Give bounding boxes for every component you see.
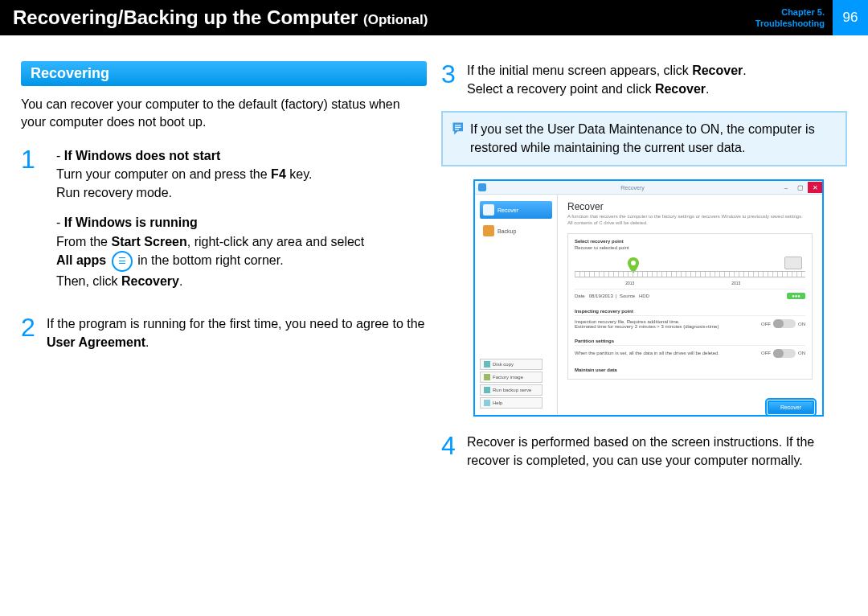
- all-apps-label: All apps: [56, 253, 106, 267]
- ss-date-row: Date 08/19/2013 | Source HDD ●●●: [575, 289, 805, 302]
- user-agreement: User Agreement: [47, 335, 145, 349]
- step-number-2: 2: [21, 314, 47, 351]
- step-1: 1 - If Windows does not start Turn your …: [21, 146, 427, 302]
- ss-titlebar: Recovery – ▢ ✕: [475, 181, 822, 195]
- ss-main-title: Recover: [567, 201, 813, 212]
- sidebar-help: Help: [480, 397, 542, 409]
- ss-sidebar: Recover Backup Disk copy Factory image R…: [475, 195, 558, 414]
- sidebar-item-recover: Recover: [480, 201, 552, 219]
- start-screen: Start Screen: [111, 235, 186, 248]
- ss-timeline: 2013 2013: [575, 255, 805, 284]
- ss-panel: Select recovery point Recover to selecte…: [567, 233, 813, 380]
- title-suffix: (Optional): [363, 12, 428, 27]
- step-1a: - If Windows does not start Turn your co…: [56, 146, 427, 203]
- left-column: Recovering You can recover your computer…: [21, 61, 427, 483]
- ss-main-desc: A function that recovers the computer to…: [567, 214, 813, 227]
- f4-key: F4: [271, 167, 286, 181]
- svg-point-0: [631, 261, 636, 265]
- step-4-body: Recover is performed based on the screen…: [467, 433, 847, 470]
- sidebar-factory-image: Factory image: [480, 372, 542, 383]
- thumb-icon: [784, 257, 802, 269]
- recovery-label: Recovery: [121, 274, 179, 288]
- minimize-icon: –: [779, 182, 793, 193]
- step-4: 4 Recover is performed based on the scre…: [441, 433, 847, 470]
- content: Recovering You can recover your computer…: [0, 35, 868, 483]
- ss-app-icon: [478, 183, 486, 191]
- step-number-1: 1: [21, 146, 47, 302]
- page-title: Recovering/Backing up the Computer (Opti…: [13, 6, 428, 29]
- s1b-title: If Windows is running: [64, 216, 198, 229]
- step-2-body: If the program is running for the first …: [47, 314, 427, 351]
- ss-window-title: Recovery: [486, 185, 779, 191]
- ss-select-label: Select recovery point: [575, 239, 805, 244]
- note-box: If you set the User Data Maintenance to …: [441, 111, 847, 166]
- step-1-body: - If Windows does not start Turn your co…: [47, 146, 427, 302]
- ss-main: Recover A function that recovers the com…: [558, 195, 822, 414]
- note-text: If you set the User Data Maintenance to …: [470, 121, 836, 157]
- right-column: 3 If the initial menu screen appears, cl…: [441, 61, 847, 483]
- step-3: 3 If the initial menu screen appears, cl…: [441, 61, 847, 98]
- section-heading-recovering: Recovering: [21, 61, 427, 86]
- chapter-line2: Troubleshooting: [755, 18, 825, 28]
- step-2: 2 If the program is running for the firs…: [21, 314, 427, 351]
- step-3-body: If the initial menu screen appears, clic…: [467, 61, 847, 98]
- header-right: Chapter 5. Troubleshooting 96: [755, 0, 868, 35]
- sidebar-item-backup: Backup: [480, 222, 552, 240]
- ss-recover-to: Recover to selected point: [575, 245, 805, 250]
- note-icon: [451, 121, 470, 157]
- close-icon: ✕: [808, 182, 822, 193]
- intro-paragraph: You can recover your computer to the def…: [21, 96, 427, 132]
- s1a-title: If Windows does not start: [64, 149, 221, 162]
- step-number-4: 4: [441, 433, 467, 470]
- page-number: 96: [833, 0, 868, 35]
- toggle-icon: [773, 349, 796, 358]
- toggle-icon: [773, 319, 796, 328]
- step-1b: - If Windows is running From the Start S…: [56, 213, 427, 290]
- s1a-text: Turn your computer on and press the: [56, 167, 271, 181]
- ss-footer: Recover: [768, 405, 814, 410]
- title-main: Recovering/Backing up the Computer: [13, 6, 358, 28]
- ss-window-buttons: – ▢ ✕: [779, 182, 822, 193]
- recovery-app-screenshot: Recovery – ▢ ✕ Recover Backup Disk copy …: [473, 179, 824, 417]
- chapter-label: Chapter 5. Troubleshooting: [755, 6, 833, 30]
- chapter-line1: Chapter 5.: [781, 7, 825, 17]
- sidebar-run-backup: Run backup serve: [480, 384, 542, 396]
- s1a-l2: Run recovery mode.: [56, 186, 172, 199]
- sidebar-disk-copy: Disk copy: [480, 359, 542, 370]
- ss-partition: Partition settings When the partition is…: [575, 339, 805, 361]
- all-apps-icon: ☰: [112, 251, 133, 272]
- maximize-icon: ▢: [793, 182, 808, 193]
- ss-userdata: Maintain user data: [575, 368, 805, 372]
- ss-sidebar-bottom: Disk copy Factory image Run backup serve…: [480, 357, 542, 409]
- ss-inspect: Inspecting recovery point Inspection rec…: [575, 309, 805, 332]
- ss-tag: ●●●: [787, 293, 805, 299]
- step-number-3: 3: [441, 61, 467, 98]
- page-header: Recovering/Backing up the Computer (Opti…: [0, 0, 868, 35]
- recover-button-highlight: Recover: [768, 400, 814, 414]
